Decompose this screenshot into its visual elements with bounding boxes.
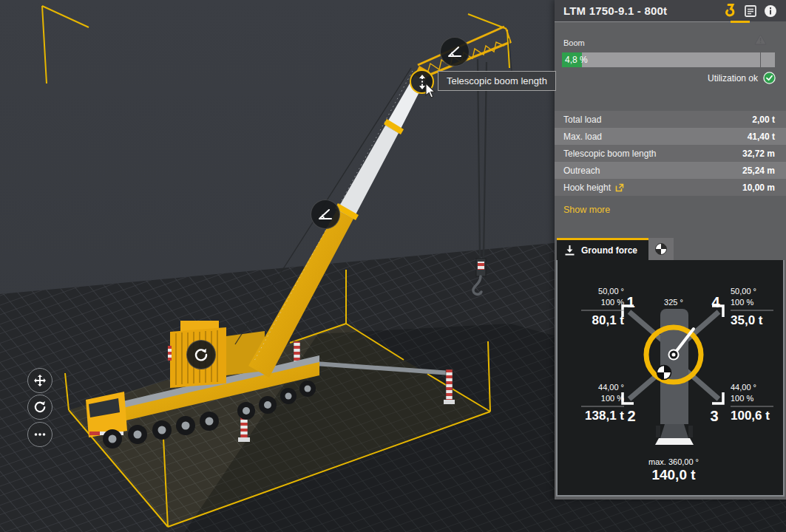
- crane-planner-app: { "header": { "title": "LTM 1750-9.1 - 8…: [0, 0, 786, 532]
- external-link-icon[interactable]: [615, 183, 624, 192]
- o3-load: 100,6 t: [731, 409, 770, 423]
- boom-angle-handle[interactable]: [311, 200, 340, 229]
- utilization-status-text: Utilization ok: [708, 73, 758, 83]
- table-row: Hook height 10,00 m: [555, 179, 786, 196]
- jib-angle-handle[interactable]: [440, 37, 470, 66]
- hook-tab-icon[interactable]: [723, 4, 737, 18]
- o4-load: 35,0 t: [731, 313, 763, 327]
- row-label: Telescopic boom length: [563, 149, 656, 159]
- header-divider: [555, 21, 731, 22]
- result-tabs: Ground force: [557, 238, 674, 260]
- table-row: Outreach 25,24 m: [555, 162, 786, 179]
- check-ok-icon: [763, 72, 776, 84]
- row-label: Max. load: [563, 132, 602, 142]
- ellipsis-icon: [33, 427, 47, 442]
- o1-angle: 50,00 °: [598, 287, 624, 296]
- outrigger-num: 1: [626, 294, 634, 310]
- crane-info-panel: LTM 1750-9.1 - 800t Boom 4,8 % Utilizati…: [555, 0, 786, 499]
- utilization-limit-tick: [760, 52, 761, 67]
- mouse-cursor: [424, 83, 436, 99]
- outrigger-num: 2: [627, 408, 635, 424]
- row-value: 2,00 t: [752, 115, 775, 125]
- pan-icon: [33, 373, 47, 388]
- o2-angle: 44,00 °: [598, 383, 624, 392]
- row-label: Hook height: [563, 183, 611, 193]
- o4-pct: 100 %: [731, 298, 753, 307]
- tab-ground-force[interactable]: Ground force: [557, 238, 648, 260]
- boom-label: Boom: [563, 38, 585, 47]
- row-value: 32,72 m: [742, 149, 775, 159]
- o2-load: 138,1 t: [585, 409, 624, 423]
- outrigger-num: 3: [710, 408, 718, 424]
- active-tab-indicator: [731, 21, 750, 23]
- angle-icon: [447, 44, 463, 60]
- tab-center-of-gravity[interactable]: [648, 238, 674, 260]
- panel-header: LTM 1750-9.1 - 800t: [555, 0, 786, 21]
- o4-angle: 50,00 °: [731, 287, 756, 296]
- row-value: 25,24 m: [742, 166, 775, 176]
- o3-angle: 44,00 °: [731, 383, 756, 392]
- row-label: Outreach: [563, 166, 600, 176]
- row-value: 41,40 t: [748, 132, 775, 142]
- crane-title: LTM 1750-9.1 - 800t: [563, 4, 723, 17]
- o2-pct: 100 %: [601, 394, 624, 403]
- table-row: Total load 2,00 t: [555, 111, 786, 128]
- row-label: Total load: [563, 115, 601, 125]
- utilization-value: 4,8 %: [565, 55, 588, 65]
- table-row: Max. load 41,40 t: [555, 128, 786, 145]
- warning-triangle-icon: [754, 34, 767, 47]
- max-angle-label: max. 360,00 °: [648, 457, 699, 466]
- o3-pct: 100 %: [731, 394, 753, 403]
- rotate-icon: [193, 347, 209, 363]
- row-value: 10,00 m: [742, 183, 775, 193]
- ground-force-diagram: 325 ° 1 4 2 3 50,00 ° 100 % 80,1 t 50,00…: [556, 260, 785, 497]
- notes-icon[interactable]: [744, 4, 757, 18]
- pan-view-button[interactable]: [27, 368, 52, 393]
- o1-load: 80,1 t: [592, 313, 625, 327]
- info-icon[interactable]: [764, 4, 777, 18]
- angle-icon: [317, 206, 333, 222]
- slew-angle: 325 °: [664, 298, 683, 307]
- slew-rotate-handle[interactable]: [186, 340, 216, 369]
- max-load-value: 140,0 t: [651, 467, 696, 482]
- table-row: Telescopic boom length 32,72 m: [555, 145, 786, 162]
- cog-marker: [657, 366, 671, 380]
- more-options-button[interactable]: [27, 422, 52, 447]
- tab-label: Ground force: [581, 245, 637, 256]
- o1-pct: 100 %: [601, 298, 624, 307]
- rotate-view-button[interactable]: [27, 395, 52, 420]
- show-more-link[interactable]: Show more: [563, 205, 610, 215]
- tooltip: Telescopic boom length: [438, 71, 556, 91]
- center-of-gravity-icon: [654, 242, 668, 256]
- outrigger-num: 4: [711, 294, 720, 310]
- utilization-bar: 4,8 %: [562, 52, 775, 67]
- stats-table: Total load 2,00 t Max. load 41,40 t Tele…: [555, 111, 786, 196]
- rotate-icon: [33, 400, 47, 415]
- download-icon: [564, 245, 575, 256]
